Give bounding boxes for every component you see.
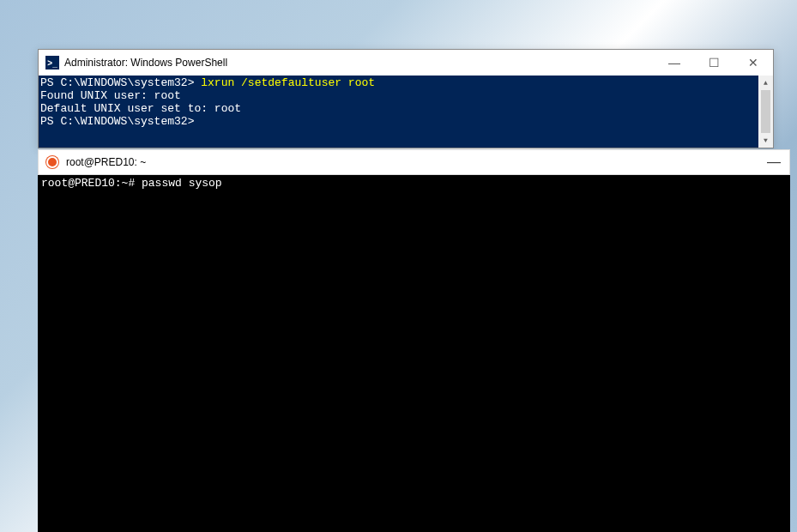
bash-title-left: root@PRED10: ~ xyxy=(45,155,146,169)
ps-output-line-3: Default UNIX user set to: root xyxy=(40,102,241,115)
powershell-titlebar[interactable]: >_ Administrator: Windows PowerShell — ☐… xyxy=(39,50,773,76)
powershell-content: PS C:\WINDOWS\system32> lxrun /setdefaul… xyxy=(39,76,758,148)
powershell-title-left: >_ Administrator: Windows PowerShell xyxy=(45,56,227,70)
bash-terminal-body[interactable]: root@PRED10:~# passwd sysop xyxy=(38,175,790,532)
powershell-title: Administrator: Windows PowerShell xyxy=(64,57,227,69)
ps-prompt-1: PS C:\WINDOWS\system32> xyxy=(40,76,201,89)
bash-prompt-line: root@PRED10:~# passwd sysop xyxy=(41,177,222,190)
minimize-button[interactable]: — xyxy=(655,50,694,76)
bash-title: root@PRED10: ~ xyxy=(66,156,146,168)
bash-minimize-button[interactable]: — xyxy=(767,155,781,169)
powershell-terminal-body[interactable]: PS C:\WINDOWS\system32> lxrun /setdefaul… xyxy=(39,76,773,148)
ps-command-1: lxrun /setdefaultuser root xyxy=(201,76,375,89)
scroll-down-button[interactable]: ▼ xyxy=(758,133,773,148)
close-button[interactable]: ✕ xyxy=(734,50,773,76)
ps-prompt-2: PS C:\WINDOWS\system32> xyxy=(40,115,194,128)
scroll-up-button[interactable]: ▲ xyxy=(758,76,773,90)
ps-output-line-2: Found UNIX user: root xyxy=(40,89,181,102)
bash-window-controls: — xyxy=(767,155,781,169)
scroll-thumb[interactable] xyxy=(761,90,770,133)
ubuntu-icon xyxy=(45,155,59,169)
powershell-window: >_ Administrator: Windows PowerShell — ☐… xyxy=(38,49,774,148)
powershell-scrollbar[interactable]: ▲ ▼ xyxy=(758,76,773,148)
powershell-icon: >_ xyxy=(45,56,59,70)
maximize-button[interactable]: ☐ xyxy=(694,50,734,76)
powershell-window-controls: — ☐ ✕ xyxy=(655,50,773,76)
bash-titlebar[interactable]: root@PRED10: ~ — xyxy=(38,149,790,175)
bash-window: root@PRED10: ~ — root@PRED10:~# passwd s… xyxy=(38,149,790,532)
